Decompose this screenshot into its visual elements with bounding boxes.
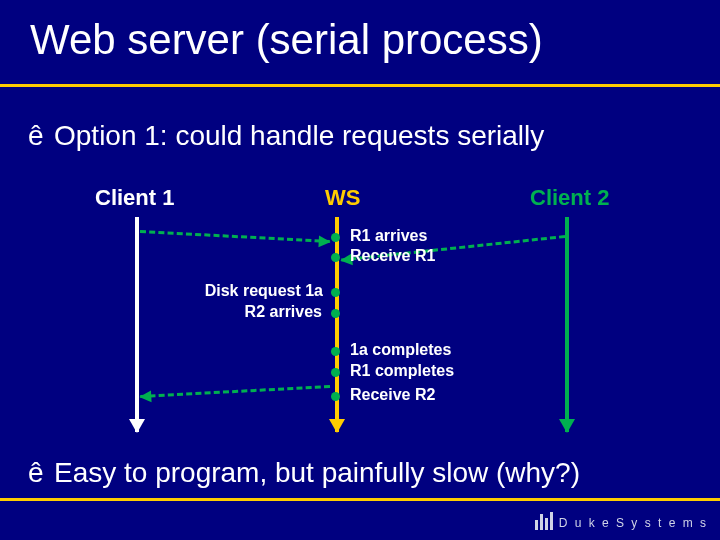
bullet-easy: êEasy to program, but painfully slow (wh…: [28, 455, 580, 490]
dot-receive-r1: [331, 253, 340, 262]
dot-1a-completes: [331, 347, 340, 356]
arrow-ws-to-c1-r1complete: [140, 385, 330, 398]
event-receive-r2: Receive R2: [350, 386, 435, 404]
event-r1-completes: R1 completes: [350, 362, 454, 380]
label-client2: Client 2: [530, 185, 609, 211]
footer-divider: [0, 498, 720, 501]
label-client1: Client 1: [95, 185, 174, 211]
label-ws: WS: [325, 185, 360, 211]
bullet-marker: ê: [28, 455, 54, 490]
dot-receive-r2: [331, 392, 340, 401]
arrow-c1-to-ws-r1: [140, 230, 330, 243]
dot-r1-arrives: [331, 233, 340, 242]
dot-disk-request: [331, 288, 340, 297]
event-1a-completes: 1a completes: [350, 341, 451, 359]
bullet-text: Option 1: could handle requests serially: [54, 120, 544, 151]
title-divider: [0, 84, 720, 87]
timeline-diagram: Client 1 WS Client 2 R1 arrives Receive …: [40, 185, 680, 445]
dot-r2-arrives: [331, 309, 340, 318]
timeline-arrow-client2: [565, 217, 569, 432]
event-r1-arrives: R1 arrives: [350, 227, 427, 245]
event-receive-r1: Receive R1: [350, 247, 435, 265]
event-r2-arrives: R2 arrives: [240, 303, 322, 321]
bullet-option1: êOption 1: could handle requests seriall…: [28, 120, 544, 152]
bullet-text: Easy to program, but painfully slow (why…: [54, 457, 580, 488]
logo-bars-icon: [535, 512, 553, 530]
logo-text: D u k e S y s t e m s: [559, 516, 708, 530]
dot-r1-completes: [331, 368, 340, 377]
bullet-marker: ê: [28, 120, 54, 152]
footer-logo: D u k e S y s t e m s: [535, 512, 708, 530]
timeline-arrow-client1: [135, 217, 139, 432]
slide-title: Web server (serial process): [30, 16, 543, 64]
slide: Web server (serial process) êOption 1: c…: [0, 0, 720, 540]
event-disk-request-1a: Disk request 1a: [188, 282, 323, 300]
